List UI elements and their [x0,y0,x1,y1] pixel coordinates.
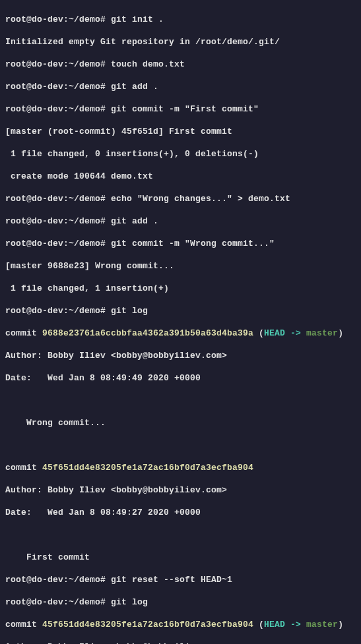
prompt-line: root@do-dev:~/demo# echo "Wrong changes.… [5,193,356,204]
command: git commit -m "Wrong commit..." [111,239,275,249]
prompt-line: root@do-dev:~/demo# git init . [5,14,356,25]
prompt: root@do-dev:~/demo# [5,597,106,607]
commit-msg: First commit [5,552,356,563]
terminal[interactable]: root@do-dev:~/demo# git init . Initializ… [0,0,361,644]
command: echo "Wrong changes..." > demo.txt [111,194,290,204]
ref-open: ( [253,620,264,629]
command: touch demo.txt [111,59,185,69]
prompt-line: root@do-dev:~/demo# git commit -m "Wrong… [5,238,356,249]
prompt: root@do-dev:~/demo# [5,15,106,24]
date-line: Date: Wed Jan 8 08:49:27 2020 +0000 [5,507,356,518]
author-line: Author: Bobby Iliev <bobby@bobbyiliev.co… [5,484,356,496]
prompt: root@do-dev:~/demo# [5,239,106,249]
author-line: Author: Bobby Iliev <bobby@bobbyiliev.co… [5,641,356,644]
blank-line [5,440,356,451]
command: git add . [111,216,158,226]
branch-ref: master [306,620,338,629]
prompt: root@do-dev:~/demo# [5,59,106,69]
commit-prefix: commit [5,620,42,629]
prompt-line: root@do-dev:~/demo# git add . [5,216,356,227]
prompt: root@do-dev:~/demo# [5,194,106,204]
prompt-line: root@do-dev:~/demo# git reset --soft HEA… [5,574,356,585]
command: git add . [111,82,158,92]
commit-line: commit 9688e23761a6ccbbfaa4362a391b50a63… [5,328,356,339]
commit-hash: 45f651dd4e83205fe1a72ac16bf0d7a3ecfba904 [42,463,253,473]
output-line: [master 9688e23] Wrong commit... [5,260,356,272]
prompt-line: root@do-dev:~/demo# git commit -m "First… [5,103,356,115]
prompt: root@do-dev:~/demo# [5,104,106,114]
head-ref: HEAD -> [264,328,306,338]
prompt: root@do-dev:~/demo# [5,216,106,226]
blank-line [5,529,356,541]
ref-close: ) [338,328,343,338]
ref-open: ( [253,328,264,338]
commit-prefix: commit [5,463,42,473]
command: git init . [111,15,164,24]
commit-hash: 9688e23761a6ccbbfaa4362a391b50a63d4ba39a [42,328,253,338]
commit-msg: Wrong commit... [5,417,356,428]
prompt-line: root@do-dev:~/demo# git log [5,305,356,316]
output-line: [master (root-commit) 45f651d] First com… [5,126,356,137]
output-line: create mode 100644 demo.txt [5,171,356,182]
author-line: Author: Bobby Iliev <bobby@bobbyiliev.co… [5,350,356,361]
prompt: root@do-dev:~/demo# [5,306,106,316]
prompt-line: root@do-dev:~/demo# touch demo.txt [5,59,356,70]
prompt-line: root@do-dev:~/demo# git add . [5,81,356,92]
command: git log [111,306,148,316]
commit-prefix: commit [5,328,42,338]
output-line: 1 file changed, 0 insertions(+), 0 delet… [5,148,356,160]
output-line: Initialized empty Git repository in /roo… [5,36,356,47]
commit-hash: 45f651dd4e83205fe1a72ac16bf0d7a3ecfba904 [42,620,253,629]
branch-ref: master [306,328,338,338]
commit-line: commit 45f651dd4e83205fe1a72ac16bf0d7a3e… [5,462,356,473]
output-line: 1 file changed, 1 insertion(+) [5,283,356,294]
ref-close: ) [338,620,343,629]
head-ref: HEAD -> [264,620,306,629]
blank-line [5,395,356,406]
command: git log [111,597,148,607]
command: git commit -m "First commit" [111,104,259,114]
prompt: root@do-dev:~/demo# [5,575,106,585]
prompt: root@do-dev:~/demo# [5,82,106,92]
date-line: Date: Wed Jan 8 08:49:49 2020 +0000 [5,372,356,384]
prompt-line: root@do-dev:~/demo# git log [5,597,356,608]
command: git reset --soft HEAD~1 [111,575,232,585]
commit-line: commit 45f651dd4e83205fe1a72ac16bf0d7a3e… [5,619,356,630]
